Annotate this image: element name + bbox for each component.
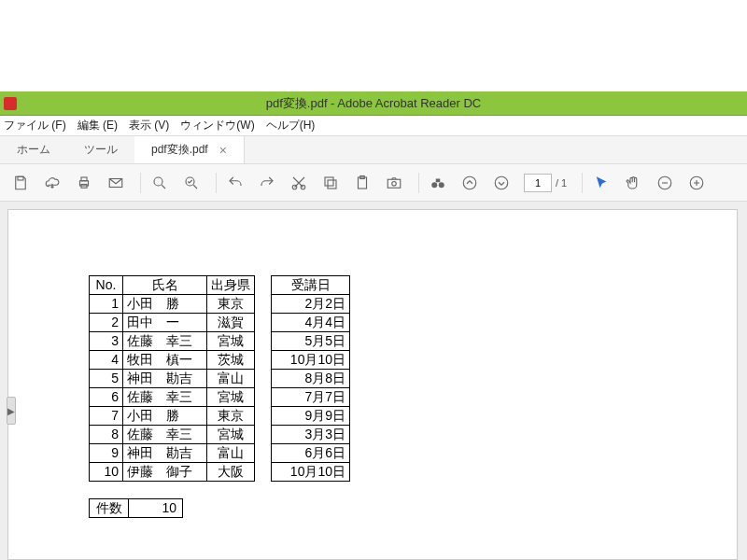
pointer-icon[interactable] xyxy=(588,170,614,196)
binoculars-icon[interactable] xyxy=(425,170,451,196)
tab-document-label: pdf変換.pdf xyxy=(151,142,208,158)
cell-name: 田中 一 xyxy=(123,314,207,332)
cell-pref: 大阪 xyxy=(207,463,255,482)
cell-name: 佐藤 幸三 xyxy=(123,388,207,407)
window-title: pdf変換.pdf - Adobe Acrobat Reader DC xyxy=(0,91,747,116)
menu-view[interactable]: 表示 (V) xyxy=(129,118,169,133)
cell-no: 1 xyxy=(90,295,123,314)
header-no: No. xyxy=(90,276,123,295)
cell-pref: 東京 xyxy=(207,295,255,314)
table-row: 10伊藤 御子大阪10月10日 xyxy=(90,463,350,482)
page-number-input[interactable] xyxy=(524,174,552,192)
data-table: No. 氏名 出身県 受講日 1小田 勝東京2月2日2田中 一滋賀4月4日3佐藤… xyxy=(89,275,350,482)
svg-rect-0 xyxy=(18,176,23,180)
pdf-content: No. 氏名 出身県 受講日 1小田 勝東京2月2日2田中 一滋賀4月4日3佐藤… xyxy=(89,275,350,518)
svg-point-14 xyxy=(392,181,397,186)
cell-date: 9月9日 xyxy=(272,407,350,426)
redo-icon[interactable] xyxy=(254,170,280,196)
cloud-icon[interactable] xyxy=(39,170,65,196)
cell-name: 神田 勘吉 xyxy=(123,370,207,388)
menu-edit[interactable]: 編集 (E) xyxy=(78,118,118,133)
toolbar-separator xyxy=(418,173,419,193)
save-icon[interactable] xyxy=(7,170,34,196)
document-area[interactable]: ▶ No. 氏名 出身県 受講日 1小田 勝東京2月2日2田中 一滋賀4月4日3… xyxy=(0,202,747,560)
cell-no: 6 xyxy=(90,388,123,407)
cell-pref: 富山 xyxy=(207,444,255,463)
cell-pref: 茨城 xyxy=(207,351,255,370)
cell-pref: 富山 xyxy=(207,370,255,388)
tab-tools[interactable]: ツール xyxy=(67,136,134,163)
hand-icon[interactable] xyxy=(620,170,646,196)
mail-icon[interactable] xyxy=(103,170,129,196)
svg-rect-2 xyxy=(81,177,87,181)
page-canvas: ▶ No. 氏名 出身県 受講日 1小田 勝東京2月2日2田中 一滋賀4月4日3… xyxy=(7,209,738,560)
cell-no: 9 xyxy=(90,444,123,463)
cell-no: 5 xyxy=(90,370,123,388)
clipboard-icon[interactable] xyxy=(349,170,375,196)
cell-no: 10 xyxy=(90,463,123,482)
cell-no: 3 xyxy=(90,332,123,351)
table-row: 4牧田 槙一茨城10月10日 xyxy=(90,351,350,370)
cell-date: 4月4日 xyxy=(272,314,350,332)
menu-help[interactable]: ヘルプ(H) xyxy=(266,118,316,133)
table-row: 7小田 勝東京9月9日 xyxy=(90,407,350,426)
tab-close-icon[interactable]: × xyxy=(219,143,227,158)
cell-no: 2 xyxy=(90,314,123,332)
menu-window[interactable]: ウィンドウ(W) xyxy=(180,118,254,133)
table-row: 1小田 勝東京2月2日 xyxy=(90,295,350,314)
tab-home[interactable]: ホーム xyxy=(0,136,67,163)
svg-rect-10 xyxy=(325,177,333,186)
cell-pref: 宮城 xyxy=(207,388,255,407)
table-row: 9神田 勘吉富山6月6日 xyxy=(90,444,350,463)
cell-pref: 宮城 xyxy=(207,332,255,351)
side-panel-toggle[interactable]: ▶ xyxy=(7,397,16,425)
cell-name: 佐藤 幸三 xyxy=(123,426,207,444)
cell-no: 4 xyxy=(90,351,123,370)
window-titlebar: pdf変換.pdf - Adobe Acrobat Reader DC xyxy=(0,91,747,116)
print-icon[interactable] xyxy=(71,170,97,196)
page-up-icon[interactable] xyxy=(457,170,483,196)
cell-name: 伊藤 御子 xyxy=(123,463,207,482)
page-down-icon[interactable] xyxy=(488,170,514,196)
header-date: 受講日 xyxy=(272,276,350,295)
cut-icon[interactable] xyxy=(286,170,312,196)
svg-rect-17 xyxy=(436,178,441,182)
table-row: 3佐藤 幸三宮城5月5日 xyxy=(90,332,350,351)
tab-document[interactable]: pdf変換.pdf × xyxy=(134,136,245,163)
cell-name: 神田 勘吉 xyxy=(123,444,207,463)
table-row: 2田中 一滋賀4月4日 xyxy=(90,314,350,332)
cell-date: 10月10日 xyxy=(272,351,350,370)
svg-point-16 xyxy=(439,182,444,188)
cell-name: 小田 勝 xyxy=(123,407,207,426)
svg-point-18 xyxy=(463,176,476,189)
menu-bar: ファイル (F) 編集 (E) 表示 (V) ウィンドウ(W) ヘルプ(H) xyxy=(0,116,747,136)
zoom-check-icon[interactable] xyxy=(178,170,204,196)
toolbar: / 1 xyxy=(0,164,747,202)
table-row: 5神田 勘吉富山8月8日 xyxy=(90,370,350,388)
undo-icon[interactable] xyxy=(222,170,248,196)
cell-date: 3月3日 xyxy=(272,426,350,444)
cell-no: 7 xyxy=(90,407,123,426)
table-row: 8佐藤 幸三宮城3月3日 xyxy=(90,426,350,444)
zoom-out-icon[interactable] xyxy=(652,170,678,196)
cell-no: 8 xyxy=(90,426,123,444)
cell-pref: 滋賀 xyxy=(207,314,255,332)
svg-point-15 xyxy=(431,182,437,188)
svg-rect-13 xyxy=(388,179,401,188)
page-total-label: / 1 xyxy=(556,177,567,189)
zoom-in-icon[interactable] xyxy=(684,170,710,196)
menu-file[interactable]: ファイル (F) xyxy=(4,118,66,133)
table-header-row: No. 氏名 出身県 受講日 xyxy=(90,276,350,295)
header-pref: 出身県 xyxy=(207,276,255,295)
count-value: 10 xyxy=(129,499,183,518)
cell-pref: 東京 xyxy=(207,407,255,426)
copy-icon[interactable] xyxy=(317,170,344,196)
cell-date: 7月7日 xyxy=(272,388,350,407)
search-icon[interactable] xyxy=(147,170,173,196)
toolbar-separator xyxy=(582,173,583,193)
camera-icon[interactable] xyxy=(381,170,407,196)
cell-date: 8月8日 xyxy=(272,370,350,388)
cell-name: 牧田 槙一 xyxy=(123,351,207,370)
svg-point-5 xyxy=(154,177,162,186)
cell-date: 6月6日 xyxy=(272,444,350,463)
